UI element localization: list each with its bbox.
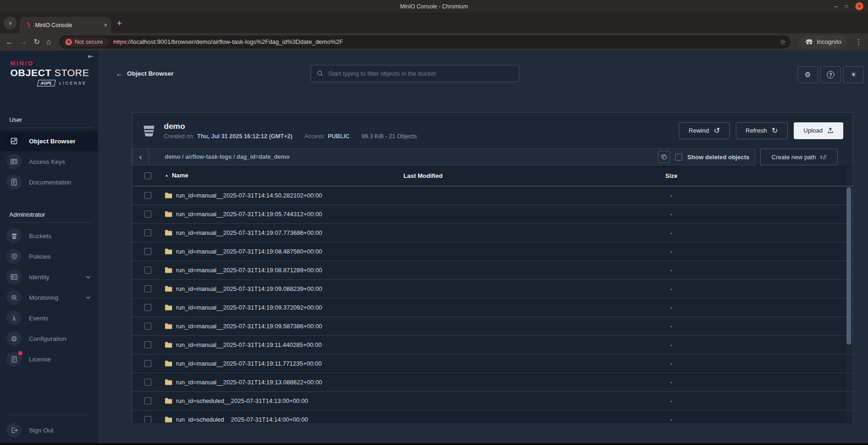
- forward-icon[interactable]: →: [20, 38, 27, 46]
- bucket-header: demo Created on:Thu, Jul 31 2025 16:12:1…: [132, 113, 853, 148]
- sidebar-item-identity[interactable]: Identity: [0, 267, 98, 287]
- table-scrollbar[interactable]: [847, 167, 851, 421]
- back-icon[interactable]: ←: [6, 38, 13, 46]
- row-checkbox[interactable]: [144, 360, 151, 367]
- folder-icon: [165, 230, 172, 236]
- refresh-button[interactable]: Refresh↻: [736, 122, 788, 139]
- url-text: https://localhost:9001/browser/demo/airf…: [113, 38, 775, 45]
- chevron-down-icon[interactable]: [86, 275, 91, 279]
- row-checkbox[interactable]: [144, 416, 151, 423]
- object-table-body: run_id=manual__2025-07-31T14:14:50.28210…: [132, 186, 853, 423]
- table-row[interactable]: run_id=manual__2025-07-31T14:19:11.77123…: [132, 354, 853, 373]
- tab-minio-console[interactable]: MinIO Console ×: [20, 17, 111, 33]
- address-bar[interactable]: ✕ Not secure https://localhost:9001/brow…: [59, 35, 790, 49]
- help-icon: ?: [827, 71, 834, 78]
- path-back-button[interactable]: ‹: [133, 149, 149, 165]
- object-size: -: [670, 416, 672, 423]
- table-row[interactable]: run_id=manual__2025-07-31T14:19:05.74431…: [132, 205, 853, 224]
- object-name[interactable]: run_id=manual__2025-07-31T14:19:13.08862…: [165, 379, 322, 386]
- minimize-button[interactable]: –: [834, 3, 838, 9]
- sidebar-item-buckets[interactable]: Buckets: [0, 226, 98, 246]
- sidebar-item-events[interactable]: λ Events: [0, 308, 98, 328]
- show-deleted-checkbox[interactable]: [675, 154, 682, 161]
- upload-button[interactable]: Upload: [794, 122, 843, 139]
- object-name[interactable]: run_id=manual__2025-07-31T14:19:09.08823…: [165, 285, 322, 292]
- object-name[interactable]: run_id=manual__2025-07-31T14:14:50.28210…: [165, 192, 322, 199]
- row-checkbox[interactable]: [144, 267, 151, 274]
- help-button[interactable]: ?: [820, 66, 841, 83]
- sidebar-item-documentation[interactable]: Documentation: [0, 172, 98, 192]
- row-checkbox[interactable]: [144, 211, 151, 218]
- object-name[interactable]: run_id=manual__2025-07-31T14:19:11.44028…: [165, 341, 322, 348]
- search-input[interactable]: [328, 70, 513, 77]
- table-row[interactable]: run_id=scheduled__2025-07-31T14:14:00+00…: [132, 410, 853, 423]
- row-checkbox[interactable]: [144, 323, 151, 330]
- rewind-button[interactable]: Rewind↺: [679, 122, 730, 139]
- row-checkbox[interactable]: [144, 285, 151, 292]
- sidebar-item-policies[interactable]: Policies: [0, 246, 98, 267]
- bucket-access: PUBLIC: [328, 133, 350, 140]
- row-checkbox[interactable]: [144, 248, 151, 255]
- object-name[interactable]: run_id=manual__2025-07-31T14:19:05.74431…: [165, 211, 322, 218]
- create-new-path-button[interactable]: Create new path: [760, 148, 838, 165]
- row-checkbox[interactable]: [144, 192, 151, 199]
- sidebar-item-monitoring[interactable]: Monitoring: [0, 287, 98, 308]
- object-name[interactable]: run_id=manual__2025-07-31T14:19:09.37209…: [165, 304, 322, 311]
- object-name[interactable]: run_id=manual__2025-07-31T14:19:08.48756…: [165, 248, 322, 255]
- column-header-last-modified[interactable]: Last Modified: [403, 172, 443, 179]
- new-tab-button[interactable]: +: [117, 18, 122, 28]
- row-checkbox[interactable]: [144, 379, 151, 386]
- table-row[interactable]: run_id=manual__2025-07-31T14:19:13.08862…: [132, 373, 853, 392]
- tab-search-button[interactable]: ∨: [4, 16, 17, 29]
- table-row[interactable]: run_id=manual__2025-07-31T14:19:08.87128…: [132, 261, 853, 280]
- row-checkbox[interactable]: [144, 304, 151, 311]
- browser-menu-icon[interactable]: ⋮: [855, 37, 862, 46]
- object-name[interactable]: run_id=manual__2025-07-31T14:19:11.77123…: [165, 360, 322, 367]
- row-checkbox[interactable]: [144, 341, 151, 348]
- table-row[interactable]: run_id=manual__2025-07-31T14:14:50.28210…: [132, 186, 853, 205]
- object-browser-back[interactable]: ← Object Browser: [116, 70, 174, 78]
- object-name[interactable]: run_id=manual__2025-07-31T14:19:09.58738…: [165, 323, 322, 330]
- scrollbar-thumb[interactable]: [847, 187, 851, 345]
- sidebar-collapse-icon[interactable]: ⇤: [88, 52, 94, 61]
- home-icon[interactable]: ⌂: [46, 38, 51, 46]
- object-name[interactable]: run_id=manual__2025-07-31T14:19:08.87128…: [165, 267, 322, 274]
- select-all-checkbox[interactable]: [144, 172, 151, 179]
- column-header-size[interactable]: Size: [665, 172, 677, 179]
- table-row[interactable]: run_id=manual__2025-07-31T14:19:09.37209…: [132, 298, 853, 317]
- row-checkbox[interactable]: [144, 229, 151, 236]
- close-button[interactable]: ✕: [855, 2, 863, 10]
- object-name-text: run_id=manual__2025-07-31T14:19:09.58738…: [176, 323, 322, 330]
- object-name[interactable]: run_id=manual__2025-07-31T14:19:07.77368…: [165, 229, 322, 236]
- column-header-name[interactable]: ▲ Name: [165, 172, 188, 179]
- maximize-button[interactable]: □: [845, 4, 848, 9]
- table-row[interactable]: run_id=scheduled__2025-07-31T14:13:00+00…: [132, 392, 853, 410]
- sidebar-item-object-browser[interactable]: Object Browser: [0, 131, 98, 151]
- sidebar-item-license[interactable]: License: [0, 349, 98, 369]
- chevron-down-icon[interactable]: [86, 296, 91, 299]
- row-checkbox[interactable]: [144, 397, 151, 404]
- copy-path-button[interactable]: [658, 151, 670, 163]
- tab-strip: ∨ MinIO Console × +: [0, 13, 868, 33]
- not-secure-chip[interactable]: ✕ Not secure: [62, 37, 108, 47]
- table-row[interactable]: run_id=manual__2025-07-31T14:19:11.44028…: [132, 336, 853, 354]
- lambda-icon: λ: [7, 311, 21, 325]
- tab-close-icon[interactable]: ×: [104, 21, 107, 28]
- table-row[interactable]: run_id=manual__2025-07-31T14:19:07.77368…: [132, 224, 853, 242]
- settings-button[interactable]: ⚙: [797, 66, 818, 83]
- bookmark-star-icon[interactable]: ☆: [780, 38, 786, 46]
- breadcrumb[interactable]: demo / airflow-task-logs / dag_id=date_d…: [165, 154, 289, 160]
- sidebar-item-access-keys[interactable]: Access Keys: [0, 151, 98, 172]
- reload-icon[interactable]: ↻: [34, 38, 40, 46]
- gear-icon: ⚙: [804, 71, 811, 79]
- object-name[interactable]: run_id=scheduled__2025-07-31T14:13:00+00…: [165, 397, 308, 404]
- theme-toggle-button[interactable]: ☀: [843, 66, 864, 83]
- sidebar-item-sign-out[interactable]: Sign Out: [0, 420, 98, 440]
- table-row[interactable]: run_id=manual__2025-07-31T14:19:09.58738…: [132, 317, 853, 336]
- sidebar-item-configuration[interactable]: ⚙ Configuration: [0, 328, 98, 349]
- incognito-badge: Incognito: [799, 35, 847, 49]
- table-row[interactable]: run_id=manual__2025-07-31T14:19:08.48756…: [132, 242, 853, 261]
- object-name[interactable]: run_id=scheduled__2025-07-31T14:14:00+00…: [165, 416, 308, 423]
- object-name-text: run_id=manual__2025-07-31T14:14:50.28210…: [176, 192, 322, 199]
- table-row[interactable]: run_id=manual__2025-07-31T14:19:09.08823…: [132, 280, 853, 298]
